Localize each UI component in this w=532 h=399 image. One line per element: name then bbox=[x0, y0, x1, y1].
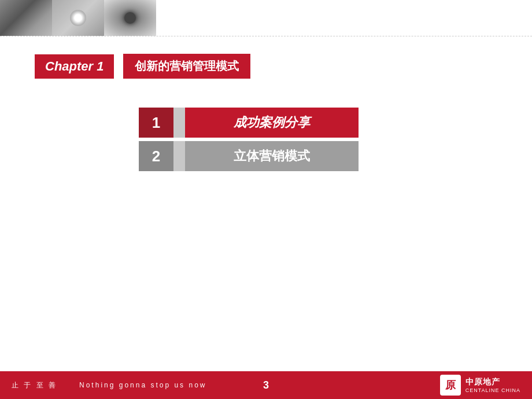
footer-page-number: 3 bbox=[263, 379, 269, 391]
footer-logo-main: 中原地产 bbox=[466, 377, 500, 387]
footer-motto: 止 于 至 善 bbox=[12, 381, 57, 389]
chapter-subtitle: 创新的营销管理模式 bbox=[123, 54, 250, 79]
item-connector-2 bbox=[173, 141, 185, 171]
header-image-3 bbox=[104, 0, 156, 36]
item-row-2: 2 立体营销模式 bbox=[139, 141, 359, 171]
footer-left-text: 止 于 至 善 Nothing gonna stop us now bbox=[12, 380, 440, 390]
footer: 止 于 至 善 Nothing gonna stop us now 3 原 中原… bbox=[0, 371, 532, 399]
chapter-row: Chapter 1 创新的营销管理模式 bbox=[35, 54, 497, 79]
footer-logo-icon: 原 bbox=[440, 375, 461, 396]
items-section: 1 成功案例分享 2 立体营销模式 bbox=[139, 108, 497, 175]
header-image-1 bbox=[0, 0, 52, 36]
item-label-1: 成功案例分享 bbox=[185, 108, 359, 138]
footer-tagline: Nothing gonna stop us now bbox=[79, 381, 206, 389]
item-row-1: 1 成功案例分享 bbox=[139, 108, 359, 138]
item-number-2: 2 bbox=[139, 141, 173, 171]
header-images bbox=[0, 0, 156, 36]
item-number-1: 1 bbox=[139, 108, 173, 138]
chapter-badge: Chapter 1 bbox=[35, 54, 114, 79]
header-image-2 bbox=[52, 0, 104, 36]
footer-logo-text: 中原地产 CENTALINE CHINA bbox=[466, 377, 520, 393]
item-connector-1 bbox=[173, 108, 185, 138]
footer-right: 原 中原地产 CENTALINE CHINA bbox=[440, 375, 520, 396]
main-content: Chapter 1 创新的营销管理模式 1 成功案例分享 2 立体营销模式 bbox=[0, 36, 532, 192]
item-label-2: 立体营销模式 bbox=[185, 141, 359, 171]
footer-logo-sub: CENTALINE CHINA bbox=[466, 387, 520, 393]
